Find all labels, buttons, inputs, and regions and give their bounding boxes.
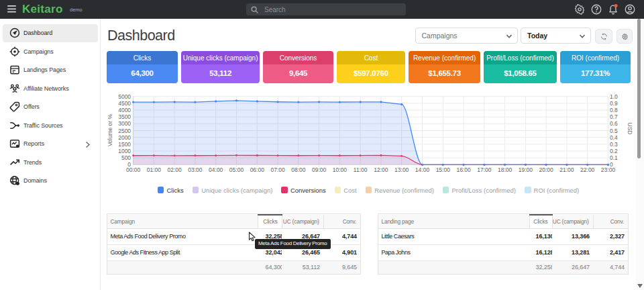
svg-text:17:00: 17:00: [477, 166, 492, 173]
svg-text:0.9: 0.9: [610, 100, 618, 107]
svg-text:2500: 2500: [118, 128, 131, 134]
svg-text:0.2: 0.2: [610, 148, 618, 154]
svg-text:22:00: 22:00: [580, 166, 595, 173]
svg-text:3500: 3500: [118, 113, 131, 120]
svg-text:13:00: 13:00: [394, 166, 409, 173]
svg-text:0.5: 0.5: [610, 128, 618, 134]
svg-text:0.4: 0.4: [610, 134, 618, 141]
svg-text:USD: USD: [627, 123, 633, 135]
svg-text:1500: 1500: [118, 141, 131, 148]
svg-text:1.0: 1.0: [610, 93, 618, 100]
svg-text:Volume or %: Volume or %: [107, 113, 113, 146]
svg-text:0.3: 0.3: [610, 141, 618, 148]
svg-text:09:00: 09:00: [312, 166, 327, 173]
svg-text:5000: 5000: [118, 93, 131, 100]
svg-text:02:00: 02:00: [168, 166, 182, 173]
svg-text:10:00: 10:00: [333, 166, 347, 173]
svg-text:0.6: 0.6: [610, 120, 618, 127]
svg-text:14:00: 14:00: [415, 166, 430, 173]
svg-text:03:00: 03:00: [188, 166, 203, 173]
svg-text:11:00: 11:00: [354, 166, 368, 173]
svg-text:15:00: 15:00: [436, 166, 451, 173]
svg-text:0.8: 0.8: [610, 107, 618, 113]
svg-text:19:00: 19:00: [519, 166, 533, 173]
svg-text:21:00: 21:00: [559, 166, 574, 173]
svg-text:2000: 2000: [118, 134, 131, 141]
svg-text:12:00: 12:00: [374, 166, 388, 173]
svg-text:20:00: 20:00: [539, 166, 554, 173]
svg-text:4500: 4500: [118, 100, 131, 107]
svg-text:08:00: 08:00: [291, 166, 306, 173]
svg-text:00:00: 00:00: [126, 166, 141, 173]
svg-text:1000: 1000: [118, 148, 131, 154]
svg-text:500: 500: [121, 154, 131, 161]
svg-text:0.1: 0.1: [610, 154, 618, 161]
svg-text:0.7: 0.7: [610, 113, 618, 120]
svg-text:05:00: 05:00: [229, 166, 244, 173]
svg-text:23:00: 23:00: [601, 166, 616, 173]
svg-text:18:00: 18:00: [498, 166, 513, 173]
svg-text:3000: 3000: [118, 120, 131, 127]
svg-text:16:00: 16:00: [456, 166, 471, 173]
svg-text:04:00: 04:00: [209, 166, 223, 173]
svg-text:07:00: 07:00: [270, 166, 285, 173]
svg-text:06:00: 06:00: [250, 166, 265, 173]
svg-text:01:00: 01:00: [147, 166, 162, 173]
svg-text:4000: 4000: [118, 107, 131, 113]
